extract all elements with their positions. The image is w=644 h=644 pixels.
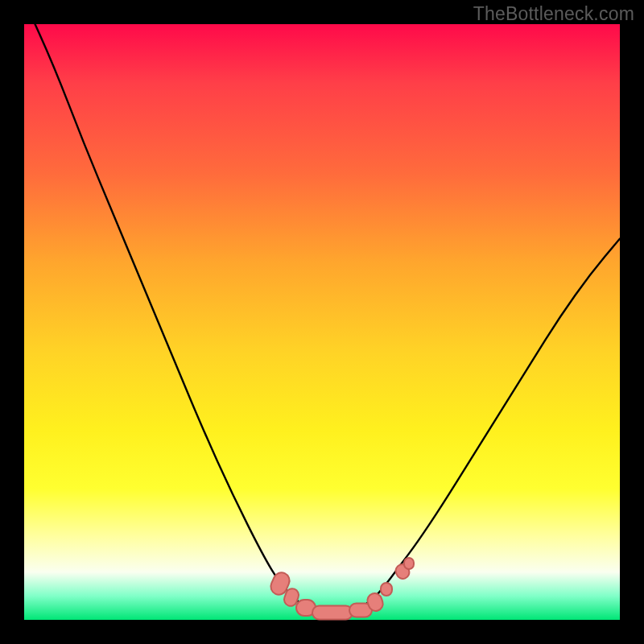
bottleneck-curve-path	[24, 0, 620, 614]
curve-marker	[403, 557, 415, 570]
curve-marker	[312, 605, 353, 621]
curve-marker	[380, 582, 393, 597]
bottleneck-curve	[24, 24, 620, 620]
chart-frame: TheBottleneck.com	[0, 0, 644, 644]
watermark-text: TheBottleneck.com	[473, 3, 634, 25]
plot-area	[24, 24, 620, 620]
